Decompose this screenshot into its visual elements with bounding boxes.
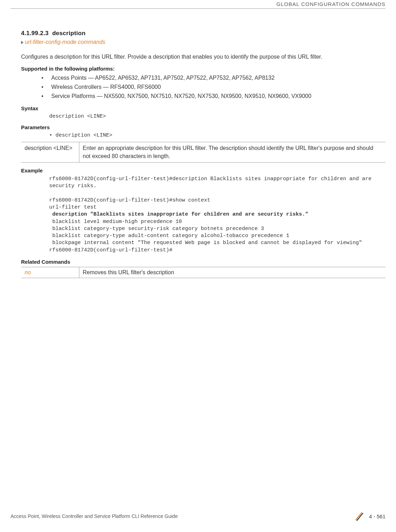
header-rule: [11, 8, 385, 9]
param-desc: Enter an appropriate description for thi…: [79, 142, 385, 163]
syntax-line: description <LINE>: [49, 113, 385, 119]
example-line-bold: description "Blacklists sites inappropri…: [49, 211, 308, 217]
table-row: description <LINE> Enter an appropriate …: [21, 142, 385, 163]
platform-item: Access Points — AP6522, AP6532, AP7131, …: [41, 74, 385, 82]
section-heading: 4.1.99.2.3 description: [21, 30, 385, 37]
example-line: rfs6000-81742D(config-url-filter-test)#d…: [49, 176, 375, 189]
platform-item: Service Platforms — NX5500, NX7500, NX75…: [41, 92, 385, 100]
related-table: no Removes this URL filter's description: [21, 267, 385, 278]
related-cmd: no: [21, 267, 79, 278]
breadcrumb-text: url-filter-config-mode commands: [25, 39, 105, 45]
parameters-bullet: • description <LINE>: [49, 132, 385, 138]
breadcrumb: url-filter-config-mode commands: [21, 39, 385, 45]
platforms-heading: Supported in the following platforms:: [21, 66, 385, 72]
example-block: rfs6000-81742D(config-url-filter-test)#d…: [49, 176, 385, 254]
section-title: description: [52, 30, 86, 37]
parameters-table: description <LINE> Enter an appropriate …: [21, 142, 385, 163]
triangle-icon: [21, 41, 24, 44]
platforms-list: Access Points — AP6522, AP6532, AP7131, …: [21, 74, 385, 100]
section-number: 4.1.99.2.3: [21, 30, 49, 37]
slash-icon: [354, 511, 364, 521]
example-line: rfs6000-81742D(config-url-filter-test)#: [49, 247, 172, 253]
footer-text: Access Point, Wireless Controller and Se…: [11, 513, 178, 519]
related-heading: Related Commands: [21, 259, 385, 265]
syntax-heading: Syntax: [21, 105, 385, 111]
param-name: description <LINE>: [21, 142, 79, 163]
example-line: url-filter test: [49, 204, 97, 210]
example-line: rfs6000-81742D(config-url-filter-test)#s…: [49, 197, 210, 203]
header-chapter: GLOBAL CONFIGURATION COMMANDS: [276, 1, 385, 7]
table-row: no Removes this URL filter's description: [21, 267, 385, 278]
example-heading: Example: [21, 168, 385, 173]
intro-paragraph: Configures a description for this URL fi…: [21, 53, 385, 61]
parameters-heading: Parameters: [21, 124, 385, 130]
platform-item: Wireless Controllers — RFS4000, RFS6000: [41, 83, 385, 91]
main-content: 4.1.99.2.3 description url-filter-config…: [21, 30, 385, 278]
svg-line-0: [356, 512, 362, 520]
example-line: blacklist category-type security-risk ca…: [49, 226, 264, 232]
svg-line-1: [357, 513, 363, 521]
example-line: blacklist category-type adult-content ca…: [49, 233, 289, 239]
footer-right: 4 - 561: [354, 511, 385, 521]
page-number: 4 - 561: [369, 513, 385, 519]
example-line: blacklist level medium-high precedence 1…: [49, 219, 182, 225]
footer: Access Point, Wireless Controller and Se…: [11, 511, 385, 521]
example-line: blockpage internal content "The requeste…: [49, 240, 362, 246]
related-desc: Removes this URL filter's description: [79, 267, 385, 278]
